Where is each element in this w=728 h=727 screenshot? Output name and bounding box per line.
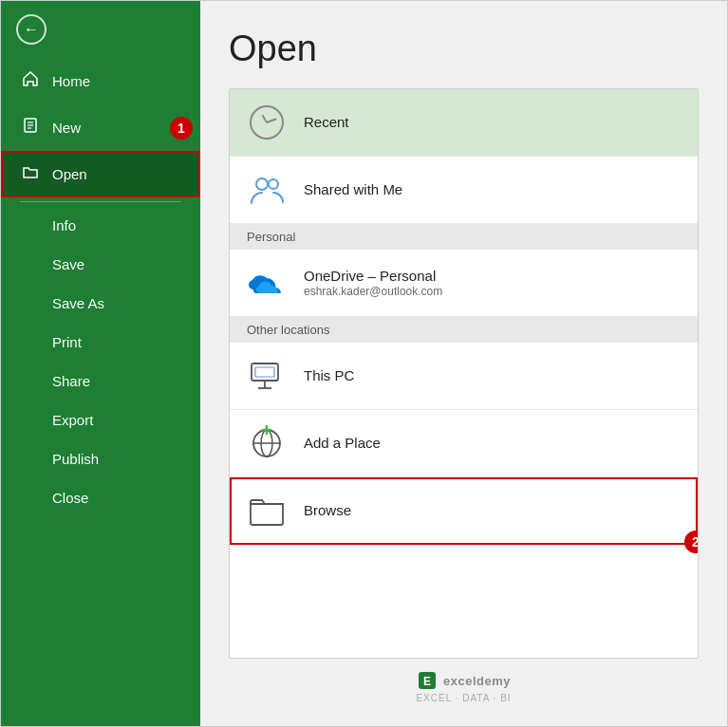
addplace-label: Add a Place	[304, 435, 381, 451]
sidebar-item-close-label: Close	[52, 490, 88, 506]
sidebar-item-save-as-label: Save As	[52, 295, 104, 311]
onedrive-text: OneDrive – Personal eshrak.kader@outlook…	[304, 268, 442, 298]
thispc-text: This PC	[304, 367, 354, 383]
svg-rect-9	[255, 367, 274, 377]
svg-point-4	[256, 178, 268, 190]
sidebar-item-share[interactable]: Share	[1, 362, 200, 401]
back-circle: ←	[16, 14, 47, 45]
shared-label: Shared with Me	[304, 181, 402, 197]
recent-label: Recent	[304, 114, 349, 130]
addplace-icon	[248, 424, 286, 462]
thispc-icon	[248, 360, 286, 392]
sidebar-item-export-label: Export	[52, 412, 93, 428]
open-option-shared[interactable]: Shared with Me	[230, 157, 698, 224]
sidebar-divider	[20, 201, 181, 202]
browse-badge: 2	[684, 531, 699, 553]
watermark-name: exceldemy	[443, 674, 511, 688]
sidebar-item-info-label: Info	[52, 217, 76, 233]
clock-icon	[250, 105, 284, 140]
open-option-addplace[interactable]: Add a Place	[230, 410, 698, 477]
sidebar-item-info[interactable]: Info	[1, 206, 200, 245]
sidebar-item-new-label: New	[52, 120, 81, 136]
personal-section-header: Personal	[230, 224, 698, 250]
browse-text: Browse	[304, 502, 351, 518]
page-title: Open	[229, 29, 699, 69]
open-option-thispc[interactable]: This PC	[230, 343, 698, 410]
svg-point-5	[269, 179, 278, 189]
recent-icon-wrap	[247, 103, 287, 142]
back-arrow-icon: ←	[24, 22, 39, 37]
shared-icon-wrap	[247, 170, 287, 210]
home-icon	[20, 69, 41, 93]
open-option-recent[interactable]: Recent	[230, 89, 698, 157]
open-options-list: Recent Shared with Me Personal	[229, 88, 699, 659]
clock-hand-minute	[267, 118, 277, 123]
addplace-text: Add a Place	[304, 435, 381, 451]
addplace-icon-wrap	[247, 423, 287, 463]
open-option-browse[interactable]: Browse 2	[230, 477, 698, 545]
sidebar-item-save[interactable]: Save	[1, 245, 200, 284]
sidebar-item-close[interactable]: Close	[1, 478, 200, 517]
sidebar-item-share-label: Share	[52, 373, 90, 389]
onedrive-icon-wrap	[247, 263, 287, 303]
main-content: Open Recent	[200, 1, 727, 726]
sidebar-item-open[interactable]: Open	[1, 151, 200, 197]
back-button[interactable]: ←	[1, 1, 200, 58]
sidebar-item-print[interactable]: Print	[1, 323, 200, 362]
thispc-icon-wrap	[247, 356, 287, 396]
sidebar-item-publish[interactable]: Publish	[1, 439, 200, 478]
people-icon	[248, 173, 286, 207]
sidebar-item-home[interactable]: Home	[1, 58, 200, 104]
shared-text: Shared with Me	[304, 181, 402, 197]
sidebar-item-open-label: Open	[52, 166, 87, 182]
browse-folder-icon	[248, 494, 286, 527]
sidebar-item-save-label: Save	[52, 256, 84, 272]
sidebar-item-publish-label: Publish	[52, 451, 99, 467]
onedrive-sublabel: eshrak.kader@outlook.com	[304, 285, 442, 298]
open-option-onedrive[interactable]: OneDrive – Personal eshrak.kader@outlook…	[230, 250, 698, 317]
watermark-icon: E	[417, 670, 438, 691]
watermark: E exceldemy EXCEL · DATA · BI	[229, 659, 699, 707]
sidebar-item-export[interactable]: Export	[1, 401, 200, 439]
sidebar-item-print-label: Print	[52, 334, 82, 350]
thispc-label: This PC	[304, 367, 354, 383]
watermark-logo: E exceldemy	[417, 670, 511, 691]
onedrive-icon	[247, 269, 287, 297]
new-icon	[20, 116, 41, 140]
sidebar: ← Home New 1	[1, 1, 200, 726]
onedrive-label: OneDrive – Personal	[304, 268, 442, 284]
browse-icon-wrap	[247, 491, 287, 531]
browse-label: Browse	[304, 502, 351, 518]
svg-text:E: E	[423, 675, 431, 688]
new-badge: 1	[170, 117, 193, 140]
recent-text: Recent	[304, 114, 349, 130]
watermark-sub: EXCEL · DATA · BI	[416, 693, 511, 703]
sidebar-item-save-as[interactable]: Save As	[1, 284, 200, 323]
open-icon	[20, 162, 41, 186]
sidebar-item-home-label: Home	[52, 73, 90, 89]
sidebar-item-new[interactable]: New 1	[1, 104, 200, 151]
other-locations-section-header: Other locations	[230, 317, 698, 343]
